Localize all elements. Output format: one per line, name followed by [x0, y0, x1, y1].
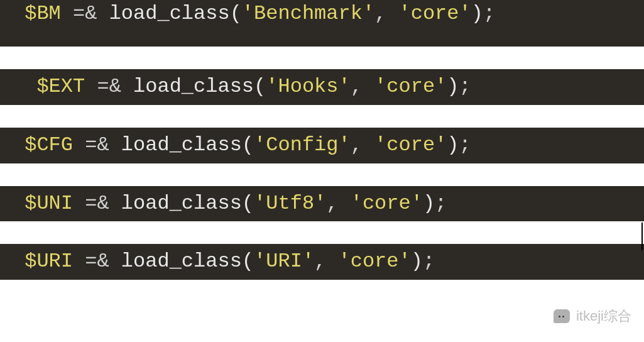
token-string-1: 'URI': [254, 250, 314, 273]
token-paren-close: ): [411, 250, 423, 273]
token-string-2: 'core': [374, 75, 447, 98]
token-paren-open: (: [242, 192, 254, 215]
code-line-5: $URI =& load_class('URI', 'core');: [0, 244, 644, 280]
token-operator: =&: [61, 2, 109, 25]
token-string-2: 'core': [351, 192, 423, 215]
wechat-icon: [554, 309, 570, 323]
token-semicolon: ;: [459, 75, 471, 98]
token-semicolon: ;: [483, 2, 495, 25]
token-paren-close: ): [447, 133, 459, 157]
token-variable: $BM: [25, 2, 61, 25]
token-variable: $UNI: [25, 192, 73, 215]
token-paren-open: (: [242, 250, 254, 273]
token-semicolon: ;: [459, 133, 471, 157]
token-function: load_class: [109, 2, 230, 25]
code-line-4: $UNI =& load_class('Utf8', 'core');: [0, 186, 644, 222]
token-comma: ,: [326, 192, 350, 215]
lead: [13, 75, 36, 98]
token-paren-open: (: [242, 133, 254, 157]
token-function: load_class: [121, 192, 242, 215]
token-paren-close: ): [423, 192, 435, 215]
watermark: itkeji综合: [554, 307, 631, 326]
token-operator: =&: [85, 75, 133, 98]
token-string-1: 'Hooks': [266, 75, 350, 98]
token-variable: $CFG: [25, 133, 73, 157]
token-string-2: 'core': [374, 133, 447, 157]
token-function: load_class: [121, 250, 242, 273]
token-operator: =&: [73, 133, 121, 157]
code-line-3: $CFG =& load_class('Config', 'core');: [0, 128, 644, 163]
code-line-1: $BM =& load_class('Benchmark', 'core');: [0, 0, 644, 47]
token-paren-close: ): [471, 2, 483, 25]
text-cursor: [641, 223, 643, 250]
token-string-2: 'core': [399, 2, 471, 25]
token-semicolon: ;: [435, 192, 447, 215]
token-operator: =&: [73, 192, 121, 215]
token-comma: ,: [374, 2, 398, 25]
lead: [13, 192, 25, 215]
token-comma: ,: [351, 75, 374, 98]
token-semicolon: ;: [423, 250, 435, 273]
token-string-1: 'Benchmark': [242, 2, 374, 25]
token-function: load_class: [121, 133, 242, 157]
token-variable: $URI: [25, 250, 73, 273]
token-comma: ,: [314, 250, 338, 273]
token-operator: =&: [73, 250, 121, 273]
watermark-label: itkeji综合: [576, 307, 631, 326]
code-line-2: $EXT =& load_class('Hooks', 'core');: [0, 69, 644, 105]
token-string-1: 'Config': [254, 133, 351, 157]
token-variable: $EXT: [36, 75, 85, 98]
token-paren-close: ): [447, 75, 459, 98]
lead: [13, 133, 25, 157]
token-paren-open: (: [230, 2, 242, 25]
lead: [13, 2, 25, 25]
token-string-1: 'Utf8': [254, 192, 326, 215]
token-string-2: 'core': [338, 250, 410, 273]
token-comma: ,: [351, 133, 374, 157]
token-function: load_class: [133, 75, 254, 98]
token-paren-open: (: [254, 75, 266, 98]
lead: [13, 250, 25, 273]
